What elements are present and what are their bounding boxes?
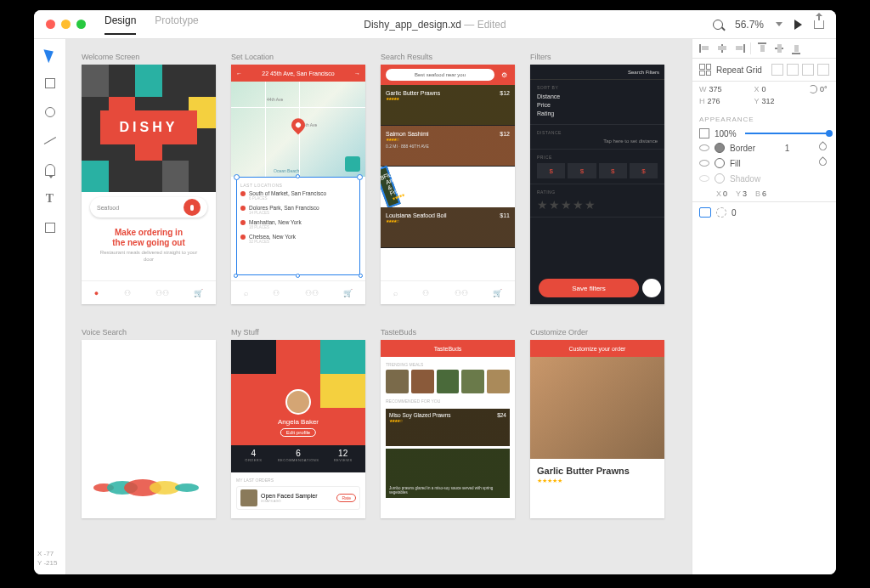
repeat-grid-icon xyxy=(699,64,711,76)
border-color-swatch[interactable] xyxy=(715,143,725,153)
width-input[interactable]: 375 xyxy=(709,85,722,93)
pathfinder-ops xyxy=(771,64,829,76)
align-toolbar xyxy=(692,39,836,59)
artboard-tool[interactable] xyxy=(43,221,57,235)
opacity-icon xyxy=(699,128,709,139)
search-icon[interactable] xyxy=(713,20,723,30)
opacity-slider[interactable] xyxy=(745,133,829,134)
zoom-value[interactable]: 56.7% xyxy=(735,19,764,31)
canvas[interactable]: Welcome Screen DISHY Seafood xyxy=(66,39,692,574)
zoom-dropdown-icon[interactable] xyxy=(776,22,782,26)
fill-visibility-toggle[interactable] xyxy=(699,160,709,167)
inspector-panel: Repeat Grid W375 X0 0° H276 Y312 APPEARA… xyxy=(692,39,836,574)
dish-photo xyxy=(530,357,664,459)
tabbar: ●⚇⚇⚇🛒 xyxy=(82,280,216,304)
rotation-icon xyxy=(809,85,817,93)
app-window: Design Prototype Dishy_app_design.xd — E… xyxy=(34,10,836,574)
align-right-icon[interactable] xyxy=(733,42,745,54)
border-visibility-toggle[interactable] xyxy=(699,144,709,151)
welcome-tagline: Make ordering inthe new going out xyxy=(82,228,216,248)
map-pin-icon xyxy=(289,116,308,135)
pen-tool[interactable] xyxy=(43,163,57,177)
align-center-icon[interactable] xyxy=(716,42,728,54)
artboard-mystuff[interactable]: My Stuff Angela Baker Edit profile 4ORDE… xyxy=(231,328,365,518)
repeat-grid-button[interactable]: Repeat Grid xyxy=(716,65,762,75)
align-top-icon[interactable] xyxy=(756,42,768,54)
align-bottom-icon[interactable] xyxy=(790,42,802,54)
text-tool[interactable]: T xyxy=(43,192,57,206)
shadow-offsets: X0 Y3 B6 xyxy=(692,186,836,201)
opacity-value[interactable]: 100% xyxy=(715,129,737,139)
eyedropper-icon[interactable] xyxy=(819,158,829,168)
share-icon[interactable] xyxy=(814,20,824,29)
responsive-off-icon[interactable] xyxy=(716,207,726,218)
eyedropper-icon[interactable] xyxy=(819,143,829,153)
height-input[interactable]: 276 xyxy=(708,97,720,105)
fill-label: Fill xyxy=(730,159,741,168)
map: 44th Ave 45th Ave Ocean Beach xyxy=(231,82,365,177)
save-filters-button: Save filters xyxy=(539,279,639,297)
shadow-label: Shadow xyxy=(730,174,760,184)
responsive-resize-icon[interactable] xyxy=(699,207,711,218)
align-left-icon[interactable] xyxy=(699,42,711,54)
location-header: ←22 45th Ave, San Francisco→ xyxy=(231,65,365,82)
rotation-input[interactable]: 0° xyxy=(820,85,828,93)
border-label: Border xyxy=(730,144,755,153)
avatar xyxy=(285,389,311,415)
send-location-icon xyxy=(345,156,360,172)
appearance-header: APPEARANCE xyxy=(692,109,836,127)
fill-color-swatch[interactable] xyxy=(715,158,725,168)
mic-icon xyxy=(184,199,201,216)
prototype-tab[interactable]: Prototype xyxy=(155,14,198,35)
titlebar: Design Prototype Dishy_app_design.xd — E… xyxy=(34,10,836,39)
artboard-searchresults[interactable]: Search Results Best seafood near you⚙ Ga… xyxy=(381,53,515,304)
document-title: Dishy_app_design.xd — Edited xyxy=(364,19,506,31)
rectangle-tool[interactable] xyxy=(43,76,57,90)
shadow-color-swatch[interactable] xyxy=(715,173,725,184)
voice-wave xyxy=(90,472,207,501)
design-tab[interactable]: Design xyxy=(105,14,136,35)
close-window-button[interactable] xyxy=(46,20,55,29)
ellipse-tool[interactable] xyxy=(43,105,57,119)
location-panel-selected[interactable]: LAST LOCATIONS South of Market, San Fran… xyxy=(236,177,360,275)
welcome-logo: DISHY xyxy=(100,110,197,144)
responsive-value[interactable]: 0 xyxy=(732,208,737,218)
shadow-blur-input[interactable]: 6 xyxy=(762,189,766,198)
artboard-tastebuds[interactable]: TasteBuds TasteBuds TRENDING MEALS RECOM… xyxy=(381,328,515,518)
shadow-x-input[interactable]: 0 xyxy=(723,189,727,198)
artboard-setlocation[interactable]: Set Location ←22 45th Ave, San Francisco… xyxy=(231,53,365,304)
shadow-visibility-toggle[interactable] xyxy=(699,175,709,182)
line-tool[interactable] xyxy=(43,134,57,148)
cursor-coords: X -77Y -215 xyxy=(34,550,65,568)
filter-icon: ⚙ xyxy=(498,69,510,81)
artboard-voicesearch[interactable]: Voice Search DISHY What are youhungry fo… xyxy=(82,328,216,518)
maximize-window-button[interactable] xyxy=(76,20,86,29)
align-middle-icon[interactable] xyxy=(773,42,785,54)
border-width-input[interactable]: 1 xyxy=(785,144,790,153)
window-controls xyxy=(34,20,86,29)
preview-icon[interactable] xyxy=(794,20,802,30)
artboard-customize[interactable]: Customize Order Customize your order Gar… xyxy=(530,328,664,518)
toolbar: T X -77Y -215 xyxy=(34,39,66,574)
x-input[interactable]: 0 xyxy=(762,85,766,93)
artboard-welcome[interactable]: Welcome Screen DISHY Seafood xyxy=(82,53,216,304)
artboard-filters[interactable]: Filters Search Filters SORT BY Distance … xyxy=(530,53,664,304)
minimize-window-button[interactable] xyxy=(61,20,71,29)
y-input[interactable]: 312 xyxy=(762,97,775,105)
mode-tabs: Design Prototype xyxy=(105,14,199,35)
select-tool[interactable] xyxy=(43,48,57,61)
shadow-y-input[interactable]: 3 xyxy=(743,189,747,198)
welcome-search: Seafood xyxy=(90,197,207,218)
close-filters-button xyxy=(642,279,661,297)
welcome-subtitle: Restaurant meals delivered straight to y… xyxy=(94,250,203,263)
